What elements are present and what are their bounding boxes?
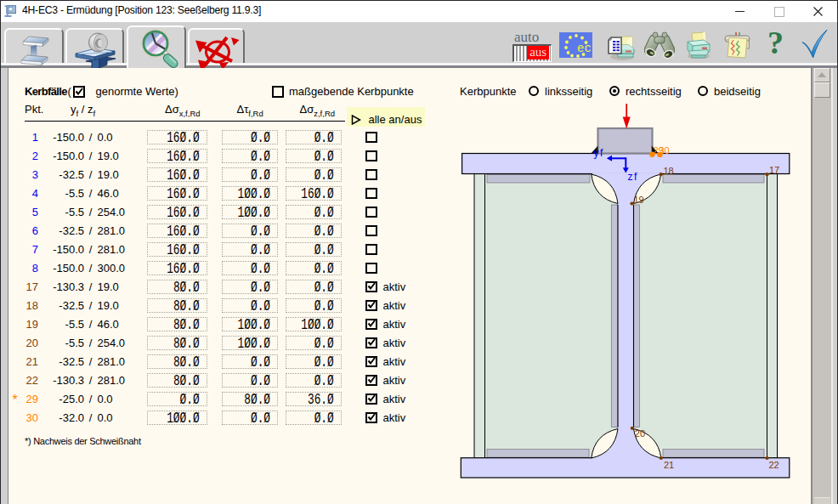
- svg-text:17: 17: [769, 165, 779, 175]
- svg-text:19: 19: [634, 195, 644, 205]
- svg-text:21: 21: [664, 460, 674, 470]
- svg-text:?: ?: [767, 26, 784, 60]
- svg-text:yf: yf: [594, 147, 604, 159]
- svg-text:ec: ec: [577, 42, 592, 55]
- svg-text:29: 29: [654, 145, 664, 156]
- svg-text:20: 20: [635, 428, 645, 439]
- svg-text:zf: zf: [628, 171, 638, 183]
- svg-text:18: 18: [664, 166, 674, 176]
- svg-text:22: 22: [769, 460, 779, 470]
